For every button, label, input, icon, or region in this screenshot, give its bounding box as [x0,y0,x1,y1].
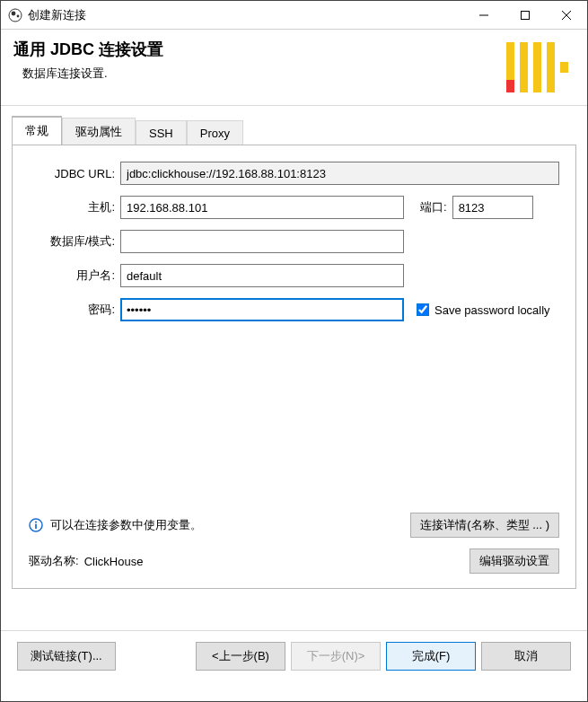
database-label: 数据库/模式: [29,233,120,250]
password-label: 密码: [29,302,120,318]
svg-rect-7 [506,42,514,80]
divider [1,105,587,106]
jdbc-url-field[interactable] [120,162,559,185]
database-field[interactable] [120,230,404,253]
driver-name-label: 驱动名称: [29,553,79,569]
tab-strip: 常规 驱动属性 SSH Proxy [12,115,576,145]
tab-ssh[interactable]: SSH [136,120,187,145]
tab-proxy[interactable]: Proxy [187,120,243,145]
connection-details-button[interactable]: 连接详情(名称、类型 ... ) [410,513,559,538]
host-field[interactable] [120,196,404,219]
tab-general[interactable]: 常规 [12,116,62,145]
back-button[interactable]: <上一步(B) [196,642,285,671]
save-password-checkbox[interactable]: Save password locally [417,303,550,317]
svg-rect-11 [547,42,555,92]
minimize-button[interactable] [463,1,505,29]
username-field[interactable] [120,264,404,287]
svg-rect-10 [533,42,541,92]
svg-point-1 [12,11,16,15]
close-button[interactable] [546,1,587,29]
svg-rect-8 [506,80,514,92]
svg-rect-15 [35,524,37,529]
finish-button[interactable]: 完成(F) [386,642,476,671]
username-label: 用户名: [29,268,120,284]
info-text: 可以在连接参数中使用变量。 [50,517,410,533]
tab-driver-props[interactable]: 驱动属性 [62,118,136,145]
titlebar: 创建新连接 [1,1,587,30]
jdbc-url-label: JDBC URL: [29,167,120,180]
next-button: 下一步(N)> [291,642,381,671]
tab-panel-general: JDBC URL: 主机: 端口: 数据库/模式: 用户名: 密码: Save … [12,145,576,589]
port-field[interactable] [452,196,533,219]
svg-point-2 [17,14,20,17]
app-icon [8,8,22,22]
maximize-button[interactable] [505,1,546,29]
clickhouse-logo-icon [506,42,567,91]
svg-rect-4 [522,11,530,19]
wizard-button-bar: 测试链接(T)... <上一步(B) 下一步(N)> 完成(F) 取消 [1,630,587,680]
cancel-button[interactable]: 取消 [481,642,571,671]
save-password-label: Save password locally [434,303,550,317]
host-label: 主机: [29,199,120,215]
page-title: 通用 JDBC 连接设置 [13,39,575,60]
driver-name-value: ClickHouse [84,555,470,568]
page-subtitle: 数据库连接设置. [13,66,575,82]
svg-point-14 [35,521,37,522]
edit-driver-button[interactable]: 编辑驱动设置 [470,548,559,574]
svg-rect-9 [520,42,528,92]
window-title: 创建新连接 [28,7,463,23]
test-connection-button[interactable]: 测试链接(T)... [17,642,116,671]
port-label: 端口: [420,199,447,215]
svg-point-0 [9,9,22,22]
save-password-checkbox-input[interactable] [417,303,429,316]
password-field[interactable] [120,298,404,321]
header-banner: 通用 JDBC 连接设置 数据库连接设置. [1,30,587,105]
svg-rect-12 [560,62,568,73]
info-icon [29,518,43,532]
